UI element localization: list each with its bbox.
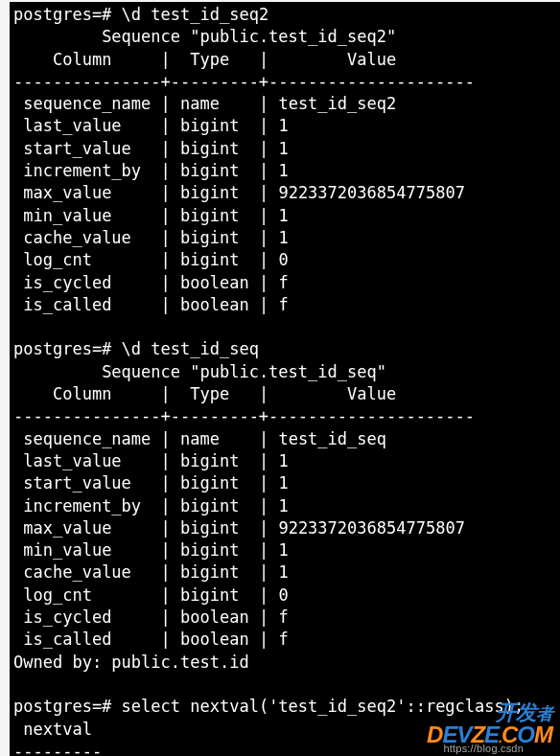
seq2-row8-type: boolean xyxy=(180,273,249,292)
seq-row9-type: boolean xyxy=(180,630,249,649)
seq2-row1-value: 1 xyxy=(278,116,288,135)
seq2-row8-value: f xyxy=(278,273,288,292)
seq-row3-type: bigint xyxy=(180,496,239,515)
header-value: Value xyxy=(347,50,396,69)
seq-row5-col: min_value xyxy=(23,540,111,560)
seq2-row7-value: 0 xyxy=(278,250,288,269)
prompt: postgres=# xyxy=(13,697,111,716)
seq2-row3-value: 1 xyxy=(278,161,288,180)
seq2-row6-col: cache_value xyxy=(23,228,131,247)
seq-row4-type: bigint xyxy=(180,518,239,538)
seq2-row9-type: boolean xyxy=(180,295,249,314)
seq2-row0-col: sequence_name xyxy=(23,94,151,113)
seq-row4-value: 9223372036854775807 xyxy=(278,518,464,538)
watermark-logo: 开发者 DEVZE.COM xyxy=(427,701,552,748)
seq2-row5-type: bigint xyxy=(180,206,239,225)
seq2-row4-type: bigint xyxy=(180,183,239,202)
seq-row6-type: bigint xyxy=(180,562,239,582)
seq-row7-type: bigint xyxy=(180,585,239,605)
seq2-row0-value: test_id_seq2 xyxy=(278,94,396,113)
command-d-seq: \d test_id_seq xyxy=(122,339,259,358)
seq-row5-type: bigint xyxy=(180,540,239,560)
seq2-row2-type: bigint xyxy=(180,139,239,158)
seq-row8-col: is_cycled xyxy=(23,607,111,627)
seq-row0-value: test_id_seq xyxy=(278,429,386,448)
header-value: Value xyxy=(347,384,396,403)
seq-title: Sequence "public.test_id_seq" xyxy=(102,362,386,381)
seq-row7-value: 0 xyxy=(278,585,288,605)
seq-row3-value: 1 xyxy=(278,496,288,515)
seq2-row6-value: 1 xyxy=(278,228,288,247)
seq2-row5-col: min_value xyxy=(23,206,111,225)
seq-row1-value: 1 xyxy=(278,451,288,470)
seq-row2-col: start_value xyxy=(23,473,131,493)
seq-row9-value: f xyxy=(278,630,288,649)
seq2-row2-col: start_value xyxy=(23,139,131,158)
seq-row1-col: last_value xyxy=(23,451,121,470)
header-column: Column xyxy=(53,384,111,403)
seq2-row5-value: 1 xyxy=(278,206,288,225)
seq-row0-col: sequence_name xyxy=(23,429,151,448)
header-type: Type xyxy=(190,384,229,403)
seq2-row9-value: f xyxy=(278,295,288,314)
seq-row0-type: name xyxy=(180,429,220,448)
terminal-output[interactable]: postgres=# \d test_id_seq2 Sequence "pub… xyxy=(0,0,560,756)
seq-row2-value: 1 xyxy=(278,473,288,493)
seq-row1-type: bigint xyxy=(180,451,239,470)
prompt: postgres=# xyxy=(13,5,111,24)
seq2-row4-value: 9223372036854775807 xyxy=(278,183,464,202)
seq2-title: Sequence "public.test_id_seq2" xyxy=(102,27,396,46)
seq-row8-type: boolean xyxy=(180,607,249,627)
seq2-row0-type: name xyxy=(180,94,220,113)
result-header: nextval xyxy=(23,720,92,739)
seq2-row8-col: is_cycled xyxy=(23,273,111,292)
seq-row5-value: 1 xyxy=(278,540,288,560)
seq-row9-col: is_called xyxy=(23,630,111,649)
seq2-row3-type: bigint xyxy=(180,161,239,180)
seq-row7-col: log_cnt xyxy=(23,585,92,605)
seq2-row6-type: bigint xyxy=(180,228,239,247)
seq-row8-value: f xyxy=(278,607,288,627)
seq-row4-col: max_value xyxy=(23,518,111,538)
seq2-row2-value: 1 xyxy=(278,139,288,158)
seq2-row1-col: last_value xyxy=(23,116,121,135)
watermark-url: https://blog.csdn xyxy=(443,743,524,754)
seq2-row7-col: log_cnt xyxy=(23,250,92,269)
seq2-row7-type: bigint xyxy=(180,250,239,269)
header-column: Column xyxy=(53,50,111,69)
seq2-row3-col: increment_by xyxy=(23,161,141,180)
seq-row6-col: cache_value xyxy=(23,562,131,582)
command-d-seq2: \d test_id_seq2 xyxy=(122,5,269,24)
owned-by: Owned by: public.test.id xyxy=(13,653,249,672)
result-dashes: --------- xyxy=(13,742,102,756)
prompt: postgres=# xyxy=(13,339,111,358)
seq-row3-col: increment_by xyxy=(23,496,141,515)
seq2-row4-col: max_value xyxy=(23,183,111,202)
seq2-row9-col: is_called xyxy=(23,295,111,314)
seq2-row1-type: bigint xyxy=(180,116,239,135)
header-type: Type xyxy=(190,50,229,69)
seq-row2-type: bigint xyxy=(180,473,239,493)
seq-row6-value: 1 xyxy=(278,562,288,582)
